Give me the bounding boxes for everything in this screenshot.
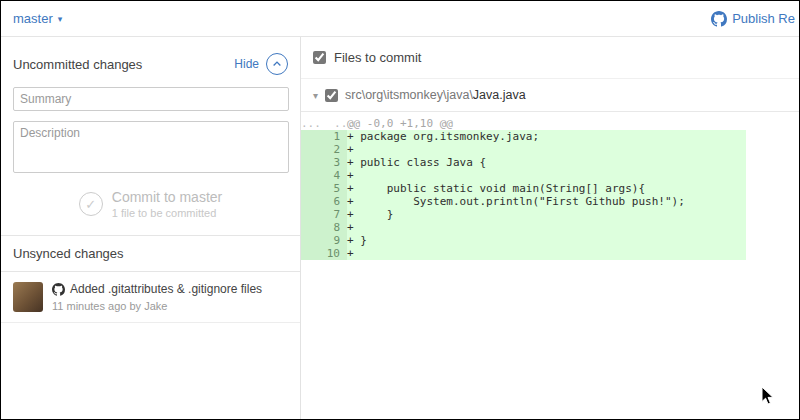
diff-line: 5 + public static void main(String[] arg…: [301, 182, 746, 195]
line-code: + }: [347, 234, 746, 247]
main-panel: Files to commit ▾ src\org\itsmonkey\java…: [301, 37, 799, 419]
file-checkbox[interactable]: [325, 89, 338, 102]
line-number: 7: [301, 208, 347, 221]
diff-line: 1 + package org.itsmonkey.java;: [301, 130, 746, 143]
unsynced-changes-title: Unsynced changes: [1, 235, 300, 272]
collapse-button[interactable]: [266, 53, 288, 75]
diff-line: 10 +: [301, 247, 746, 260]
uncommitted-changes-header: Uncommitted changes Hide: [1, 37, 300, 85]
line-code: +: [347, 247, 746, 260]
publish-label: Publish Re: [732, 11, 795, 26]
diff-line: 8 +: [301, 221, 746, 234]
branch-name: master: [13, 11, 53, 26]
line-number: 4: [301, 169, 347, 182]
file-row[interactable]: ▾ src\org\itsmonkey\java\Java.java: [301, 79, 799, 112]
diff-line: 2 +: [301, 143, 746, 156]
avatar: [13, 282, 43, 312]
file-name: Java.java: [473, 88, 526, 102]
description-input[interactable]: [13, 121, 289, 173]
line-number: 1: [301, 130, 347, 143]
files-to-commit-label: Files to commit: [334, 50, 421, 65]
line-code: + System.out.println("First Github push!…: [347, 195, 746, 208]
chevron-down-icon: ▾: [58, 14, 63, 24]
diff-line: 3 + public class Java {: [301, 156, 746, 169]
diff-line: 4 +: [301, 169, 746, 182]
check-circle-icon: ✓: [79, 192, 103, 216]
line-code: +: [347, 143, 746, 156]
file-path-prefix: src\org\itsmonkey\java\: [345, 88, 473, 102]
commit-button-subtitle: 1 file to be committed: [112, 207, 222, 219]
commit-button[interactable]: ✓ Commit to master 1 file to be committe…: [1, 189, 300, 219]
chevron-up-icon: [271, 58, 283, 70]
diff-line: 9 + }: [301, 234, 746, 247]
line-number: 5: [301, 182, 347, 195]
line-code: +: [347, 169, 746, 182]
line-number: 8: [301, 221, 347, 234]
line-number: 9: [301, 234, 347, 247]
commit-message: Added .gitattributes & .gitignore files: [70, 282, 262, 296]
branch-selector[interactable]: master ▾: [13, 11, 62, 26]
disclosure-triangle-icon[interactable]: ▾: [313, 90, 318, 101]
commit-meta: 11 minutes ago by Jake: [52, 300, 262, 312]
line-code: + }: [347, 208, 746, 221]
diff-line: 6 + System.out.println("First Github pus…: [301, 195, 746, 208]
github-octocat-icon: [711, 11, 727, 27]
octocat-icon: [52, 283, 65, 296]
summary-input[interactable]: [13, 87, 289, 111]
app-window: master ▾ Publish Re Uncommitted changes …: [0, 0, 800, 420]
line-code: + package org.itsmonkey.java;: [347, 130, 746, 143]
files-to-commit-checkbox[interactable]: [313, 51, 326, 64]
line-number: 6: [301, 195, 347, 208]
sidebar: Uncommitted changes Hide ✓ Commit to mas…: [1, 37, 301, 419]
publish-repository-button[interactable]: Publish Re: [711, 11, 795, 27]
line-code: +: [347, 221, 746, 234]
line-code: + public class Java {: [347, 156, 746, 169]
diff-view: ... ... @@ -0,0 +1,10 @@ 1 + package org…: [301, 112, 746, 260]
line-number: 3: [301, 156, 347, 169]
top-bar: master ▾ Publish Re: [1, 1, 799, 37]
uncommitted-changes-title: Uncommitted changes: [13, 57, 142, 72]
line-number: 10: [301, 247, 347, 260]
line-code: + public static void main(String[] args)…: [347, 182, 746, 195]
hide-link[interactable]: Hide: [234, 57, 259, 71]
commit-button-label: Commit to master: [112, 189, 222, 205]
hunk-header-text: @@ -0,0 +1,10 @@: [347, 117, 746, 130]
diff-line: 7 + }: [301, 208, 746, 221]
diff-hunk-header: ... ... @@ -0,0 +1,10 @@: [301, 117, 746, 130]
line-number: 2: [301, 143, 347, 156]
history-commit-item[interactable]: Added .gitattributes & .gitignore files …: [1, 272, 300, 323]
